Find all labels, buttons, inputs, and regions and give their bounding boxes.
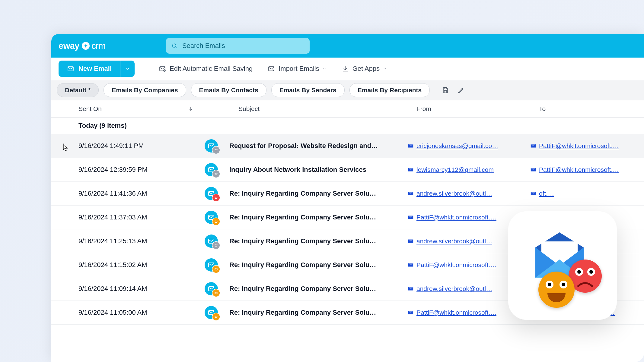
svg-point-32: [216, 292, 217, 293]
sentiment-card: [508, 211, 617, 320]
email-from: lewismarcy112@gmail.com: [407, 166, 530, 173]
get-apps-label: Get Apps: [352, 65, 380, 73]
svg-point-25: [216, 244, 217, 245]
svg-point-18: [215, 197, 215, 197]
email-row[interactable]: 9/16/2024 11:41:36 AMRe: Inquiry Regardi…: [51, 182, 644, 206]
to-link[interactable]: PattiF@whklt.onmicrosoft.…: [530, 142, 619, 150]
to-link[interactable]: PattiF@whklt.onmicrosoft.…: [530, 166, 619, 173]
view-by-companies[interactable]: Emails By Companies: [104, 83, 186, 97]
svg-rect-26: [215, 246, 217, 247]
from-link[interactable]: andrew.silverbrook@outl…: [407, 238, 492, 245]
column-subject[interactable]: Subject: [202, 105, 416, 112]
brand-prefix: eway: [59, 41, 79, 51]
svg-rect-7: [444, 90, 447, 93]
new-email-button[interactable]: New Email: [59, 61, 120, 77]
svg-rect-5: [269, 67, 274, 71]
svg-rect-16: [215, 175, 217, 175]
svg-point-15: [216, 173, 217, 174]
svg-point-21: [215, 220, 215, 221]
email-avatar: [193, 258, 229, 272]
email-date: 9/16/2024 11:37:03 AM: [51, 213, 193, 221]
from-link[interactable]: andrew.silverbrook@outl…: [407, 190, 492, 197]
sentiment-happy-icon: [212, 266, 220, 273]
column-sent-on-label: Sent On: [78, 105, 102, 112]
email-date: 9/16/2024 12:39:59 PM: [51, 166, 193, 174]
get-apps-button[interactable]: Get Apps: [342, 65, 387, 73]
column-to[interactable]: To: [539, 105, 546, 112]
sentiment-happy-icon: [212, 289, 220, 297]
search-input[interactable]: [182, 42, 304, 50]
svg-point-0: [172, 44, 176, 47]
from-link[interactable]: PattiF@whklt.onmicrosoft.…: [407, 309, 496, 316]
email-row[interactable]: 9/16/2024 1:49:11 PMRequest for Proposal…: [51, 134, 644, 158]
edit-auto-save-button[interactable]: Edit Automatic Email Saving: [159, 65, 253, 73]
sentiment-happy-icon: [212, 218, 220, 225]
chevron-down-icon: [383, 67, 387, 71]
from-link[interactable]: PattiF@whklt.onmicrosoft.…: [407, 261, 496, 269]
sentiment-neutral-icon: [212, 242, 220, 249]
svg-point-34: [215, 316, 215, 316]
new-email-label: New Email: [78, 65, 112, 73]
svg-point-19: [216, 197, 217, 197]
column-from[interactable]: From: [416, 105, 539, 112]
to-link[interactable]: oft.…: [530, 190, 554, 197]
view-filter-bar: Default * Emails By Companies Emails By …: [51, 80, 644, 100]
from-link[interactable]: lewismarcy112@gmail.com: [407, 166, 494, 173]
save-view-icon[interactable]: [442, 87, 449, 94]
import-emails-label: Import Emails: [279, 65, 319, 73]
email-to: PattiF@whklt.onmicrosoft.…: [530, 142, 619, 150]
email-date: 9/16/2024 1:49:11 PM: [51, 142, 193, 150]
edit-view-icon[interactable]: [457, 87, 465, 94]
svg-rect-2: [68, 67, 73, 71]
edit-auto-save-label: Edit Automatic Email Saving: [170, 65, 253, 73]
email-date: 9/16/2024 11:05:00 AM: [51, 309, 193, 316]
column-headers: Sent On Subject From To: [51, 100, 644, 118]
view-by-senders[interactable]: Emails By Senders: [271, 83, 345, 97]
view-default[interactable]: Default *: [57, 83, 99, 97]
email-subject: Re: Inquiry Regarding Company Server Sol…: [229, 309, 407, 316]
import-icon: [268, 65, 275, 72]
svg-point-24: [215, 244, 215, 245]
email-to: oft.…: [530, 190, 554, 197]
sentiment-neutral-icon: [212, 146, 220, 154]
brand-logo: eway crm: [59, 41, 106, 51]
email-date: 9/16/2024 11:15:02 AM: [51, 261, 193, 269]
email-subject: Re: Inquiry Regarding Company Server Sol…: [229, 213, 407, 221]
toolbar: New Email Edit Automatic Email Saving Im…: [51, 58, 644, 80]
brand-icon: [82, 42, 90, 50]
view-by-contacts[interactable]: Emails By Contacts: [191, 83, 266, 97]
from-link[interactable]: andrew.silverbrook@outl…: [407, 285, 492, 292]
svg-rect-12: [215, 151, 217, 151]
happy-emoji-icon: [538, 272, 575, 308]
email-avatar: [193, 306, 229, 319]
download-icon: [342, 65, 349, 72]
email-subject: Inquiry About Network Installation Servi…: [229, 166, 407, 174]
brand-suffix: crm: [91, 41, 106, 51]
email-subject: Re: Inquiry Regarding Company Server Sol…: [229, 190, 407, 197]
search-box[interactable]: [166, 38, 310, 54]
email-from: andrew.silverbrook@outl…: [407, 190, 530, 197]
group-today[interactable]: Today (9 items): [51, 118, 644, 134]
email-subject: Re: Inquiry Regarding Company Server Sol…: [229, 285, 407, 293]
import-emails-button[interactable]: Import Emails: [268, 65, 326, 73]
from-link[interactable]: PattiF@whklt.onmicrosoft.…: [407, 214, 496, 221]
svg-line-1: [175, 47, 177, 48]
sentiment-happy-icon: [212, 313, 220, 320]
svg-rect-3: [160, 67, 165, 71]
email-date: 9/16/2024 11:41:36 AM: [51, 190, 193, 197]
sentiment-neutral-icon: [212, 170, 220, 178]
email-avatar: [193, 187, 229, 200]
view-by-recipients[interactable]: Emails By Recipients: [349, 83, 430, 97]
email-subject: Request for Proposal: Website Redesign a…: [229, 142, 407, 150]
svg-point-22: [216, 220, 217, 221]
search-icon: [171, 42, 177, 49]
email-row[interactable]: 9/16/2024 12:39:59 PMInquiry About Netwo…: [51, 158, 644, 182]
svg-rect-6: [444, 87, 447, 89]
envelope-gear-icon: [159, 65, 166, 72]
new-email-split-button: New Email: [59, 61, 135, 77]
from-link[interactable]: ericjoneskansas@gmail.co…: [407, 142, 498, 150]
email-avatar: [193, 211, 229, 224]
chevron-down-icon: [322, 67, 327, 71]
column-sent-on[interactable]: Sent On: [51, 105, 202, 112]
new-email-dropdown[interactable]: [120, 61, 135, 77]
